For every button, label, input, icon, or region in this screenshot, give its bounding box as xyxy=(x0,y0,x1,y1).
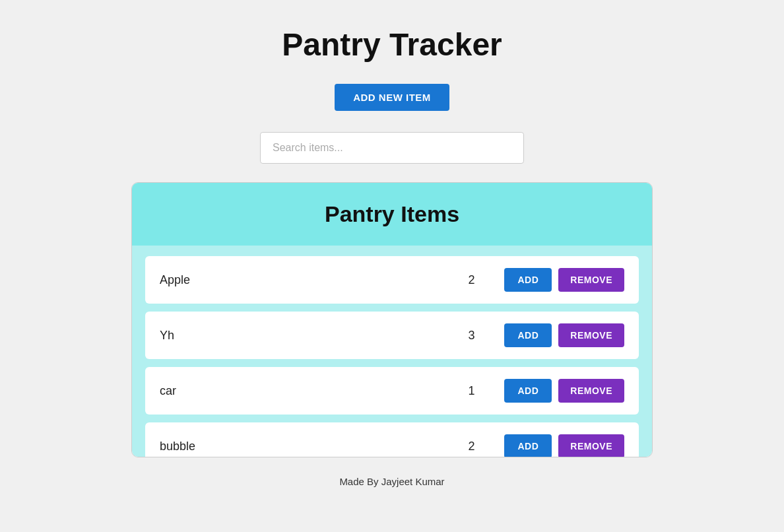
add-item-button[interactable]: ADD xyxy=(504,323,552,347)
item-name: Apple xyxy=(160,273,438,287)
footer-text: Made By Jayjeet Kumar xyxy=(339,476,444,487)
item-quantity: 2 xyxy=(438,273,504,287)
add-item-button[interactable]: ADD xyxy=(504,379,552,403)
search-input[interactable] xyxy=(260,132,524,164)
item-actions: ADDREMOVE xyxy=(504,379,624,403)
add-item-button[interactable]: ADD xyxy=(504,434,552,457)
item-name: car xyxy=(160,384,438,398)
remove-item-button[interactable]: REMOVE xyxy=(558,379,624,403)
page-title: Pantry Tracker xyxy=(282,26,502,63)
table-row: car1ADDREMOVE xyxy=(145,367,639,415)
item-actions: ADDREMOVE xyxy=(504,268,624,292)
item-quantity: 3 xyxy=(438,329,504,343)
item-actions: ADDREMOVE xyxy=(504,434,624,457)
item-quantity: 1 xyxy=(438,384,504,398)
item-actions: ADDREMOVE xyxy=(504,323,624,347)
remove-item-button[interactable]: REMOVE xyxy=(558,323,624,347)
item-name: Yh xyxy=(160,329,438,343)
add-new-item-button[interactable]: ADD NEW ITEM xyxy=(335,84,449,111)
pantry-list-title: Pantry Items xyxy=(325,201,459,226)
pantry-container: Pantry Items Apple2ADDREMOVEYh3ADDREMOVE… xyxy=(131,182,653,457)
remove-item-button[interactable]: REMOVE xyxy=(558,268,624,292)
item-name: bubble xyxy=(160,440,438,453)
pantry-list: Apple2ADDREMOVEYh3ADDREMOVEcar1ADDREMOVE… xyxy=(132,246,652,457)
table-row: bubble2ADDREMOVE xyxy=(145,422,639,457)
item-quantity: 2 xyxy=(438,440,504,453)
remove-item-button[interactable]: REMOVE xyxy=(558,434,624,457)
pantry-header: Pantry Items xyxy=(132,183,652,246)
table-row: Yh3ADDREMOVE xyxy=(145,312,639,359)
add-item-button[interactable]: ADD xyxy=(504,268,552,292)
table-row: Apple2ADDREMOVE xyxy=(145,256,639,304)
